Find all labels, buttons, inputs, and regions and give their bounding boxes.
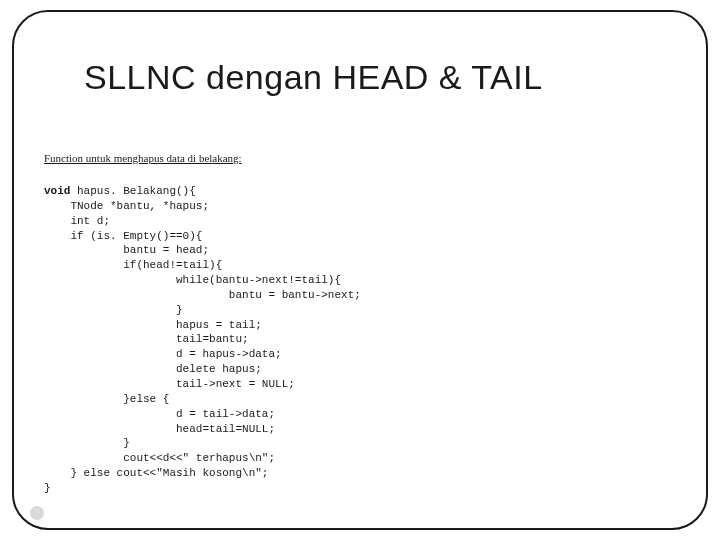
code-line: cout<<d<<" terhapus\n"; <box>44 452 275 464</box>
slide: SLLNC dengan HEAD & TAIL Function untuk … <box>0 0 720 540</box>
section-subtitle: Function untuk menghapus data di belakan… <box>44 152 242 164</box>
code-line: head=tail=NULL; <box>44 423 275 435</box>
keyword-void: void <box>44 185 70 197</box>
code-line: while(bantu->next!=tail){ <box>44 274 341 286</box>
code-line: hapus = tail; <box>44 319 262 331</box>
code-line: bantu = bantu->next; <box>44 289 361 301</box>
code-line: TNode *bantu, *hapus; <box>44 200 209 212</box>
code-line: int d; <box>44 215 110 227</box>
code-line: delete hapus; <box>44 363 262 375</box>
code-line: } <box>44 437 130 449</box>
code-line: tail=bantu; <box>44 333 249 345</box>
code-line: if (is. Empty()==0){ <box>44 230 202 242</box>
code-line: bantu = head; <box>44 244 209 256</box>
code-line: tail->next = NULL; <box>44 378 295 390</box>
code-line: } <box>44 482 51 494</box>
page-number-dot <box>30 506 44 520</box>
code-line: d = tail->data; <box>44 408 275 420</box>
code-line: } else cout<<"Masih kosong\n"; <box>44 467 268 479</box>
code-line: if(head!=tail){ <box>44 259 222 271</box>
slide-title: SLLNC dengan HEAD & TAIL <box>84 58 543 97</box>
code-line: } <box>44 304 183 316</box>
code-line: hapus. Belakang(){ <box>70 185 195 197</box>
code-line: d = hapus->data; <box>44 348 282 360</box>
code-block: void hapus. Belakang(){ TNode *bantu, *h… <box>44 184 361 496</box>
code-line: }else { <box>44 393 169 405</box>
